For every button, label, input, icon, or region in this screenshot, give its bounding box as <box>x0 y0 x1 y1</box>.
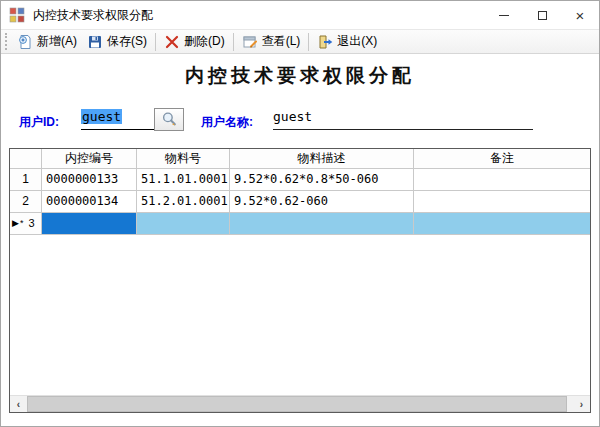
column-header-material-desc[interactable]: 物料描述 <box>230 149 414 169</box>
current-row-marker-icon: ▶* <box>12 213 24 234</box>
magnifier-icon <box>161 111 178 128</box>
delete-button-label: 删除(D) <box>184 33 225 50</box>
new-button-label: 新增(A) <box>37 33 77 50</box>
toolbar-separator <box>233 33 234 51</box>
user-id-value: guest <box>81 109 122 124</box>
exit-door-icon <box>317 34 333 50</box>
scroll-left-button[interactable]: ‹ <box>10 396 27 412</box>
app-window: 内控技术要求权限分配 × 新增(A) 保存(S) <box>0 0 600 427</box>
close-icon: × <box>576 8 585 23</box>
user-lookup-button[interactable] <box>154 108 184 131</box>
toolbar-separator <box>155 33 156 51</box>
user-id-label: 用户ID: <box>19 114 59 131</box>
row-header-new[interactable]: ▶* 3 <box>10 213 42 235</box>
window-title: 内控技术要求权限分配 <box>33 7 153 24</box>
view-properties-icon <box>242 34 258 50</box>
row-header[interactable]: 2 <box>10 191 42 213</box>
app-icon <box>9 7 25 23</box>
scrollbar-thumb[interactable] <box>27 396 567 412</box>
cell-internal-code[interactable]: 0000000133 <box>42 169 137 191</box>
column-header-internal-code[interactable]: 内控编号 <box>42 149 137 169</box>
minimize-button[interactable] <box>485 1 523 29</box>
view-button-label: 查看(L) <box>262 33 301 50</box>
user-name-label: 用户名称: <box>201 114 253 131</box>
scroll-right-button[interactable]: › <box>573 396 590 412</box>
exit-button-label: 退出(X) <box>337 33 377 50</box>
grid-corner-cell <box>10 149 42 169</box>
window-controls: × <box>485 1 599 29</box>
cell-internal-code[interactable]: 0000000134 <box>42 191 137 213</box>
new-document-icon <box>17 34 33 50</box>
cell-material-no[interactable] <box>137 213 230 235</box>
user-id-input[interactable]: guest <box>81 109 154 130</box>
exit-button[interactable]: 退出(X) <box>312 31 382 52</box>
close-button[interactable]: × <box>561 1 599 29</box>
column-header-material-no[interactable]: 物料号 <box>137 149 230 169</box>
cell-material-desc[interactable]: 9.52*0.62-060 <box>230 191 414 213</box>
page-title: 内控技术要求权限分配 <box>1 63 599 89</box>
delete-button[interactable]: 删除(D) <box>159 31 230 52</box>
column-header-remark[interactable]: 备注 <box>414 149 590 169</box>
toolbar: 新增(A) 保存(S) 删除(D) <box>1 29 599 54</box>
cell-material-desc[interactable]: 9.52*0.62*0.8*50-060 <box>230 169 414 191</box>
chevron-left-icon: ‹ <box>17 399 20 410</box>
grid-header-row: 内控编号 物料号 物料描述 备注 <box>10 149 590 169</box>
row-header[interactable]: 1 <box>10 169 42 191</box>
minimize-icon <box>499 15 509 16</box>
save-button[interactable]: 保存(S) <box>82 31 152 52</box>
cell-remark[interactable] <box>414 213 590 235</box>
titlebar: 内控技术要求权限分配 × <box>1 1 599 29</box>
cell-internal-code-selected[interactable] <box>42 213 137 235</box>
delete-x-icon <box>164 34 180 50</box>
save-floppy-icon <box>87 34 103 50</box>
view-button[interactable]: 查看(L) <box>237 31 306 52</box>
table-row[interactable]: 1 0000000133 51.1.01.0001 9.52*0.62*0.8*… <box>10 169 590 191</box>
maximize-button[interactable] <box>523 1 561 29</box>
maximize-icon <box>538 11 547 20</box>
toolbar-separator <box>308 33 309 51</box>
table-row[interactable]: 2 0000000134 51.2.01.0001 9.52*0.62-060 <box>10 191 590 213</box>
grid-empty-area <box>10 235 590 395</box>
cell-material-no[interactable]: 51.2.01.0001 <box>137 191 230 213</box>
cell-material-no[interactable]: 51.1.01.0001 <box>137 169 230 191</box>
cell-material-desc[interactable] <box>230 213 414 235</box>
horizontal-scrollbar[interactable]: ‹ › <box>10 395 590 412</box>
toolbar-grip <box>5 33 9 50</box>
user-name-value: guest <box>273 109 533 130</box>
save-button-label: 保存(S) <box>107 33 147 50</box>
row-number: 3 <box>28 213 34 234</box>
table-row-new[interactable]: ▶* 3 <box>10 213 590 235</box>
chevron-right-icon: › <box>580 399 583 410</box>
cell-remark[interactable] <box>414 169 590 191</box>
permissions-grid: 内控编号 物料号 物料描述 备注 1 0000000133 51.1.01.00… <box>9 148 591 413</box>
cell-remark[interactable] <box>414 191 590 213</box>
new-button[interactable]: 新增(A) <box>12 31 82 52</box>
